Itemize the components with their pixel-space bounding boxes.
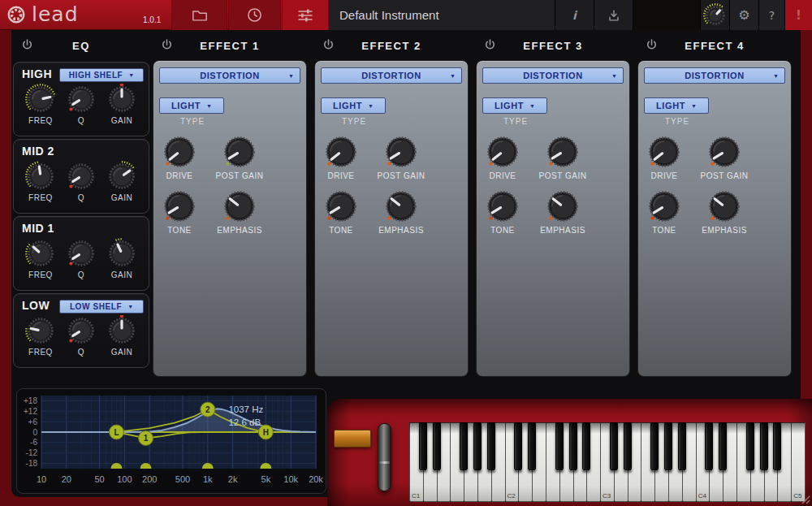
- black-key[interactable]: [528, 422, 536, 470]
- black-key[interactable]: [678, 422, 686, 470]
- eq-filter-dropdown[interactable]: LOW SHELF ▼: [59, 300, 144, 314]
- effect-mode-value: LIGHT: [656, 101, 685, 110]
- knob[interactable]: [66, 315, 97, 346]
- effect-type-dropdown[interactable]: DISTORTION ▼: [159, 67, 300, 84]
- svg-text:10k: 10k: [283, 474, 298, 484]
- knob[interactable]: [222, 188, 257, 224]
- black-key[interactable]: [419, 422, 427, 470]
- knob-label: GAIN: [111, 348, 132, 357]
- knob[interactable]: [706, 134, 742, 170]
- knob[interactable]: [66, 84, 97, 115]
- settings-button[interactable]: ⚙: [729, 0, 758, 30]
- black-key[interactable]: [555, 422, 564, 470]
- preset-name-field[interactable]: Default Instrument: [329, 0, 555, 30]
- black-key[interactable]: [705, 422, 713, 470]
- knob[interactable]: [66, 238, 97, 269]
- knob[interactable]: [25, 238, 56, 269]
- column-title: EFFECT 2: [361, 40, 421, 52]
- effect-mode-dropdown[interactable]: LIGHT ▼: [482, 97, 547, 114]
- knob[interactable]: [383, 188, 419, 224]
- knob[interactable]: [25, 84, 56, 115]
- black-key[interactable]: [773, 422, 781, 470]
- black-key[interactable]: [487, 422, 495, 470]
- knob[interactable]: [383, 134, 419, 170]
- knob-label: GAIN: [111, 116, 132, 125]
- eq-band-name: HIGH: [22, 67, 52, 80]
- effect-mode-caption: TYPE: [646, 117, 708, 126]
- knob[interactable]: [545, 188, 581, 224]
- eq-band-handle-1[interactable]: 1: [139, 431, 153, 446]
- eq-band-handle-2[interactable]: 2: [201, 402, 215, 417]
- knob[interactable]: [66, 161, 97, 192]
- knob[interactable]: [646, 134, 682, 170]
- power-icon[interactable]: [322, 38, 335, 52]
- knob[interactable]: [706, 188, 742, 224]
- black-key[interactable]: [760, 422, 768, 470]
- effect-mode-dropdown[interactable]: LIGHT ▼: [159, 97, 224, 114]
- power-icon[interactable]: [645, 38, 659, 52]
- chevron-down-icon: ▼: [288, 73, 294, 79]
- black-key[interactable]: [610, 422, 618, 470]
- mixer-settings-button[interactable]: [282, 0, 329, 30]
- eq-response-graph[interactable]: L12H1037 Hz12.6 dB+18+12+60-6-12-1810205…: [16, 388, 326, 494]
- power-icon[interactable]: [160, 38, 174, 52]
- knob[interactable]: [323, 188, 359, 224]
- knob[interactable]: [485, 134, 520, 170]
- effect-type-dropdown[interactable]: DISTORTION ▼: [644, 67, 785, 84]
- resize-handle-icon[interactable]: [800, 494, 810, 504]
- effect-type-dropdown[interactable]: DISTORTION ▼: [482, 67, 624, 84]
- save-download-button[interactable]: [594, 0, 633, 30]
- knob-q: Q: [61, 161, 102, 202]
- knob[interactable]: [485, 188, 520, 224]
- power-icon[interactable]: [483, 38, 497, 52]
- knob[interactable]: [106, 315, 137, 346]
- black-key[interactable]: [473, 422, 482, 470]
- black-key[interactable]: [569, 422, 577, 470]
- effect-mode-dropdown[interactable]: LIGHT ▼: [644, 97, 709, 114]
- eq-band-card: HIGH HIGH SHELF ▼ FREQQGAIN: [13, 62, 149, 136]
- black-key[interactable]: [624, 422, 632, 470]
- knob[interactable]: [25, 161, 56, 192]
- power-icon[interactable]: [20, 38, 34, 52]
- knob[interactable]: [545, 134, 581, 170]
- svg-text:H: H: [263, 428, 269, 437]
- alert-button[interactable]: !: [784, 0, 812, 30]
- eq-filter-dropdown[interactable]: HIGH SHELF ▼: [59, 68, 144, 82]
- open-preset-button[interactable]: [171, 0, 227, 30]
- eq-band-handle-L[interactable]: L: [109, 425, 123, 439]
- pitch-stick[interactable]: [334, 430, 371, 448]
- knob[interactable]: [106, 238, 137, 269]
- mod-wheel[interactable]: [378, 423, 391, 491]
- recent-history-button[interactable]: [228, 0, 281, 30]
- knob[interactable]: [222, 134, 257, 170]
- black-key[interactable]: [746, 422, 754, 470]
- knob[interactable]: [106, 161, 137, 192]
- knob[interactable]: [646, 188, 682, 224]
- knob-label: POST GAIN: [701, 171, 749, 180]
- effect-mode-caption: TYPE: [323, 117, 385, 126]
- knob[interactable]: [162, 188, 197, 224]
- help-button[interactable]: ?: [758, 0, 784, 30]
- black-key[interactable]: [514, 422, 522, 470]
- knob[interactable]: [25, 315, 56, 346]
- info-button[interactable]: i: [555, 0, 594, 30]
- master-volume-knob[interactable]: [700, 0, 729, 30]
- knob[interactable]: [323, 134, 359, 170]
- knob[interactable]: [162, 134, 197, 170]
- black-key[interactable]: [664, 422, 672, 470]
- knob[interactable]: [106, 84, 137, 115]
- black-key[interactable]: [433, 422, 441, 470]
- effect-mode-dropdown[interactable]: LIGHT ▼: [321, 97, 386, 114]
- effect-type-dropdown[interactable]: DISTORTION ▼: [321, 67, 462, 84]
- knob-label: Q: [78, 270, 84, 279]
- knob-drive: DRIVE: [159, 134, 200, 180]
- white-key[interactable]: C5: [791, 422, 806, 502]
- black-key[interactable]: [582, 422, 590, 470]
- knob[interactable]: [703, 3, 728, 28]
- effect-column-body: DISTORTION ▼ LIGHT ▼ TYPE DRIVEPOST GAIN…: [637, 60, 792, 377]
- black-key[interactable]: [460, 422, 468, 470]
- black-key[interactable]: [650, 422, 659, 470]
- black-key[interactable]: [719, 422, 727, 470]
- effect-column-body: DISTORTION ▼ LIGHT ▼ TYPE DRIVEPOST GAIN…: [314, 60, 469, 377]
- knob-label: FREQ: [28, 116, 53, 125]
